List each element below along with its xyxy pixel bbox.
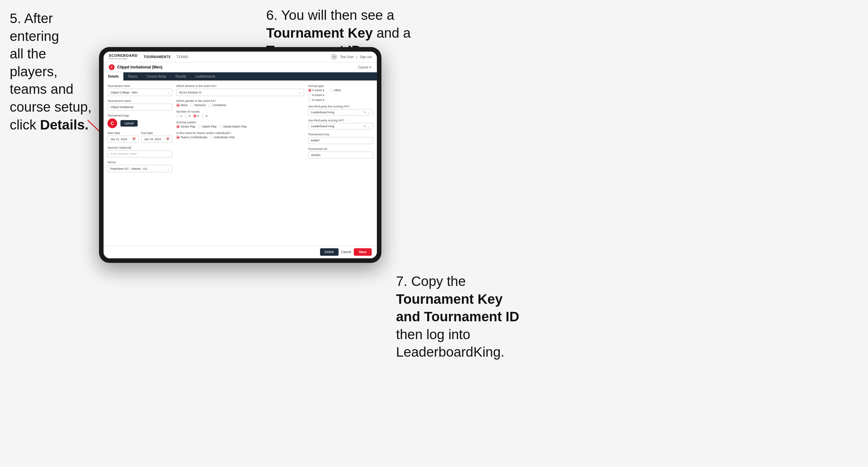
third-party-2-group: Use third-party scoring API? Leaderboard… [308,119,373,129]
clear-icon-2[interactable]: ✕ [364,125,366,128]
tablet-screen: SCOREBOARD Powered by clippd TOURNAMENTS… [103,52,377,258]
tab-details[interactable]: Details [103,72,123,81]
radio-combined-circle [208,103,212,107]
start-date-input[interactable]: Jan 21, 2024 📅 [107,136,138,143]
mid-column: Which division is the event for? NCAA Di… [176,84,304,242]
gender-radio-group: Mens Womens Combined [176,103,304,107]
tournament-key-group: Tournament Key b4f6b7 [308,133,373,144]
content-area: Tournament Host Clippd College - Men Tou… [103,81,377,245]
brand-logo: SCOREBOARD Powered by clippd [109,54,137,60]
format-6count5[interactable]: 6 count 5 [308,98,373,101]
venue-input[interactable]: Peachtree GC - Atlanta - GA [107,165,173,172]
tournament-id-group: Tournament ID 302051 [308,147,373,159]
round-1[interactable]: 1 [176,114,182,118]
round-4[interactable]: 4 [202,114,208,118]
sponsor-group: Sponsor (optional) Enter sponsor name [107,146,173,157]
rounds-radio-group: 1 2 3 4 [176,114,304,118]
end-date-group: End date Jan 23, 2024 📅 [141,131,173,143]
gender-mens[interactable]: Mens [176,103,188,107]
rounds-group: Number of rounds 1 2 3 [176,110,304,118]
format-6count4[interactable]: 6 count 4 [308,93,373,97]
third-party-2-input[interactable]: Leaderboard King ✕ ⌄ [308,123,373,129]
division-input[interactable]: NCAA Division III [176,89,304,96]
tournament-close-button[interactable]: Cancel ✕ [358,66,372,69]
tab-course-setup[interactable]: Course Setup [142,72,171,81]
third-party-1-group: Use third-party live scoring API? Leader… [308,105,373,116]
calendar-icon: 📅 [132,137,136,141]
radio-womens-circle [190,103,193,107]
calendar-icon-end: 📅 [166,137,169,141]
scoring-group: Scoring system Stroke Play Match Play [176,121,304,128]
venue-group: Venue Peachtree GC - Atlanta - GA [107,161,173,172]
division-group: Which division is the event for? NCAA Di… [176,84,304,96]
chevron-icon-1[interactable]: ⌄ [368,111,370,114]
logo-preview: C Upload [107,119,173,128]
clear-icon-1[interactable]: ✕ [364,111,366,114]
tournament-title: Clippd Invitational (Men) [117,65,162,69]
nav-teams[interactable]: TEAMS [177,55,189,59]
input-actions-1: ✕ ⌄ [364,111,370,114]
teams-radio-group: Teams (+Individuals) Individuals Only [176,136,304,139]
gender-womens[interactable]: Womens [190,103,206,107]
tournament-key-value: b4f6b7 [308,137,373,144]
annotation-left: 5. After entering all the players, teams… [10,10,94,134]
tab-results[interactable]: Results [171,72,190,81]
chevron-icon-2[interactable]: ⌄ [368,125,370,128]
logo-circle: C [107,119,117,128]
tournament-host-input[interactable]: Clippd College - Men [107,89,173,96]
format-type-group: Format type 5 count 4 Other [308,84,373,101]
scoring-medal-match[interactable]: Medal Match Play [219,125,247,128]
sign-out-link[interactable]: Sign out [360,55,372,59]
annotation-bottom-right: 7. Copy the Tournament Key and Tournamen… [396,273,578,361]
tournament-host-group: Tournament Host Clippd College - Men [107,84,173,96]
tab-teams[interactable]: Teams [123,72,142,81]
individuals-only[interactable]: Individuals Only [210,136,235,139]
scoring-radio-group: Stroke Play Match Play Medal Match Play [176,125,304,128]
gender-group: Which gender is the event for? Mens Wome… [176,99,304,107]
left-column: Tournament Host Clippd College - Men Tou… [107,84,173,242]
format-other[interactable]: Other [330,89,341,92]
far-right-column: Format type 5 count 4 Other [308,84,373,242]
tournament-name-group: Tournament name Clippd Invitational [107,99,173,111]
teams-group: Is this event for Teams and/or Individua… [176,131,304,139]
date-row: Start date Jan 21, 2024 📅 End date Jan 2… [107,131,173,143]
format-row-1: 5 count 4 Other [308,89,373,92]
format-5count4[interactable]: 5 count 4 [308,89,324,92]
nav-user: TU Test User | Sign out [331,54,372,60]
end-date-input[interactable]: Jan 23, 2024 📅 [141,136,173,143]
start-date-group: Start date Jan 21, 2024 📅 [107,131,138,143]
nav-tournaments[interactable]: TOURNAMENTS [144,55,170,59]
teams-plus-individuals[interactable]: Teams (+Individuals) [176,136,208,139]
upload-button[interactable]: Upload [120,120,137,127]
input-actions-2: ✕ ⌄ [364,125,370,128]
scoring-match[interactable]: Match Play [198,125,217,128]
third-party-1-input[interactable]: Leaderboard King ✕ ⌄ [308,109,373,116]
tournament-id-value: 302051 [308,152,373,159]
scoring-stroke[interactable]: Stroke Play [176,125,195,128]
tournament-header: C Clippd Invitational (Men) Cancel ✕ [103,62,377,72]
save-button[interactable]: Save [354,248,372,256]
tournament-icon: C [109,64,115,70]
gender-combined[interactable]: Combined [208,103,226,107]
tabs-bar: Details Teams Course Setup Results Leade… [103,72,377,81]
tournament-name-input[interactable]: Clippd Invitational [107,103,173,111]
tablet-frame: SCOREBOARD Powered by clippd TOURNAMENTS… [99,47,381,263]
nav-avatar: TU [331,54,337,60]
round-3[interactable]: 3 [193,114,199,118]
delete-button[interactable]: Delete [320,248,339,256]
top-nav: SCOREBOARD Powered by clippd TOURNAMENTS… [103,52,377,62]
bottom-action-bar: Delete Cancel Save [103,245,377,258]
sponsor-input[interactable]: Enter sponsor name [107,150,173,157]
format-options: 5 count 4 Other 6 count 4 [308,89,373,101]
round-2[interactable]: 2 [185,114,190,118]
radio-mens-circle [176,103,180,107]
cancel-button[interactable]: Cancel [341,250,351,254]
tournament-logo-group: Tournament logo C Upload [107,114,173,128]
tab-leaderboards[interactable]: Leaderboards [191,72,220,81]
